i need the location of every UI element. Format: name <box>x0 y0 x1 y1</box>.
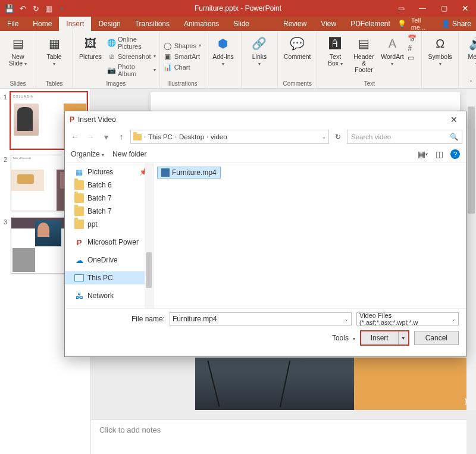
photo-album-button[interactable]: 📷Photo Album ▾ <box>107 62 156 78</box>
group-slides-label: Slides <box>4 80 32 88</box>
maximize-button[interactable]: ▢ <box>433 0 455 17</box>
shapes-button[interactable]: ◯Shapes ▾ <box>164 41 201 51</box>
insert-dropdown-icon[interactable]: ▼ <box>399 331 408 345</box>
search-icon: 🔍 <box>450 133 458 141</box>
dialog-titlebar[interactable]: P Insert Video ✕ <box>65 111 466 128</box>
tab-review[interactable]: Review <box>276 17 314 31</box>
tab-animations[interactable]: Animations <box>177 17 226 31</box>
vertical-scrollbar[interactable] <box>466 89 476 410</box>
tab-transitions[interactable]: Transitions <box>128 17 177 31</box>
organize-button[interactable]: Organize ▾ <box>71 150 104 158</box>
nav-batch7a[interactable]: Batch 7 <box>65 192 153 205</box>
nav-forward-button[interactable]: → <box>84 132 97 142</box>
insert-button[interactable]: Insert ▼ <box>360 330 409 346</box>
nav-batch6[interactable]: Batch 6 <box>65 179 153 192</box>
refresh-button[interactable]: ↻ <box>331 133 345 141</box>
nav-ms-powerpoint[interactable]: PMicrosoft Power <box>65 236 153 249</box>
crumb-video[interactable]: video <box>211 133 227 140</box>
chevron-down-icon: ⌄ <box>452 317 456 322</box>
tools-button[interactable]: Tools ▾ <box>332 334 355 342</box>
ribbon: ▤New Slide ▾ Slides ▦Table▾ Tables 🖼Pict… <box>0 31 476 89</box>
cancel-button[interactable]: Cancel <box>414 331 459 345</box>
text-box-button[interactable]: 🅰Text Box ▾ <box>321 32 349 80</box>
pictures-folder-icon: ▦ <box>74 167 84 177</box>
crumb-desktop[interactable]: Desktop <box>179 133 204 140</box>
redo-icon[interactable]: ↻ <box>31 4 40 13</box>
lightbulb-icon: 💡 <box>397 20 406 28</box>
tab-slideshow[interactable]: Slide Show <box>226 17 276 31</box>
close-button[interactable]: ✕ <box>455 0 476 17</box>
nav-this-pc[interactable]: This PC <box>65 271 153 284</box>
comment-button[interactable]: 💬Comment <box>281 32 314 80</box>
filename-input[interactable]: Furniture.mp4⌄ <box>170 312 352 325</box>
tab-design[interactable]: Design <box>91 17 127 31</box>
symbols-button[interactable]: ΩSymbols▾ <box>425 32 454 80</box>
breadcrumb[interactable]: › This PC› Desktop› video ⌄ <box>130 130 329 144</box>
chevron-down-icon[interactable]: ⌄ <box>345 317 349 322</box>
nav-scrollbar-thumb[interactable] <box>146 252 152 288</box>
group-illustrations-label: Illustrations <box>164 80 201 88</box>
slide-number-icon[interactable]: # <box>408 44 416 52</box>
insert-video-dialog: P Insert Video ✕ ← → ▾ ↑ › This PC› Desk… <box>64 111 466 357</box>
save-icon[interactable]: 💾 <box>5 4 14 13</box>
tab-view[interactable]: View <box>314 17 343 31</box>
nav-network[interactable]: 🖧Network <box>65 289 153 302</box>
preview-pane-button[interactable]: ◫ <box>434 149 444 159</box>
chart-icon: 📊 <box>164 63 172 71</box>
header-footer-button[interactable]: ▤Header & Footer <box>349 32 378 80</box>
search-input[interactable]: Search video 🔍 <box>347 130 462 144</box>
tab-pdfelement[interactable]: PDFelement <box>343 17 397 31</box>
notes-pane[interactable]: Click to add notes <box>91 419 466 454</box>
nav-up-button[interactable]: ↑ <box>115 132 128 142</box>
scrollbar-thumb[interactable] <box>468 107 475 214</box>
ribbon-options-icon[interactable]: ▭ <box>390 0 412 17</box>
dialog-close-button[interactable]: ✕ <box>447 114 461 126</box>
start-from-beginning-icon[interactable]: ▥ <box>44 4 54 13</box>
nav-pictures[interactable]: ▦Pictures📌 <box>65 165 153 179</box>
view-options-button[interactable]: ▦ ▾ <box>417 149 428 159</box>
chart-button[interactable]: 📊Chart <box>164 62 201 72</box>
nav-ppt[interactable]: ppt <box>65 218 153 231</box>
nav-batch7b[interactable]: Batch 7 <box>65 205 153 218</box>
powerpoint-icon: P <box>74 237 84 247</box>
nav-onedrive[interactable]: ☁OneDrive <box>65 253 153 267</box>
media-button[interactable]: 🔊Media▾ <box>462 32 476 80</box>
file-item-furniture[interactable]: Furniture.mp4 <box>157 167 221 179</box>
tell-me-input[interactable]: Tell me... <box>411 17 437 31</box>
tab-home[interactable]: Home <box>26 17 59 31</box>
smartart-icon: ▣ <box>164 52 172 61</box>
new-folder-button[interactable]: New folder <box>112 150 146 158</box>
collapse-ribbon-icon[interactable]: ˄ <box>469 79 472 86</box>
file-name: Furniture.mp4 <box>172 168 217 177</box>
table-button[interactable]: ▦Table▾ <box>40 32 68 80</box>
symbols-icon: Ω <box>431 35 449 52</box>
breadcrumb-dropdown-icon[interactable]: ⌄ <box>322 134 326 140</box>
tab-file[interactable]: File <box>0 17 26 31</box>
minimize-button[interactable]: — <box>412 0 433 17</box>
nav-recent-button[interactable]: ▾ <box>99 132 112 142</box>
wordart-button[interactable]: AWordArt▾ <box>378 32 406 80</box>
group-text-label: Text <box>321 80 418 88</box>
undo-icon[interactable]: ↶ <box>18 4 27 13</box>
file-list[interactable]: Furniture.mp4 <box>154 163 466 308</box>
share-button[interactable]: 👤Share <box>441 20 471 28</box>
screenshot-button[interactable]: ⎚Screenshot ▾ <box>107 52 156 61</box>
crumb-this-pc[interactable]: This PC <box>148 133 173 140</box>
header-footer-icon: ▤ <box>355 35 372 52</box>
online-pictures-button[interactable]: 🌐Online Pictures <box>107 35 156 51</box>
tab-insert[interactable]: Insert <box>59 17 91 31</box>
dialog-nav-tree: ▦Pictures📌 Batch 6 Batch 7 Batch 7 ppt P… <box>65 163 154 308</box>
help-button[interactable]: ? <box>450 149 460 159</box>
object-icon[interactable]: ▭ <box>408 54 416 62</box>
nav-scrollbar[interactable] <box>145 163 153 308</box>
new-slide-button[interactable]: ▤New Slide ▾ <box>4 32 32 80</box>
addins-button[interactable]: ⬢Add-ins▾ <box>209 32 237 80</box>
smartart-button[interactable]: ▣SmartArt <box>164 52 201 61</box>
date-time-icon[interactable]: 📅 <box>408 35 416 43</box>
qat-customize-icon[interactable]: ▾ <box>57 4 67 13</box>
pictures-button[interactable]: 🖼Pictures <box>76 32 105 80</box>
nav-back-button[interactable]: ← <box>68 132 82 142</box>
links-button[interactable]: 🔗Links▾ <box>245 32 274 80</box>
filetype-select[interactable]: Video Files (*.asf;*.asx;*.wpl;*.w⌄ <box>356 312 459 325</box>
folder-icon <box>74 206 84 216</box>
